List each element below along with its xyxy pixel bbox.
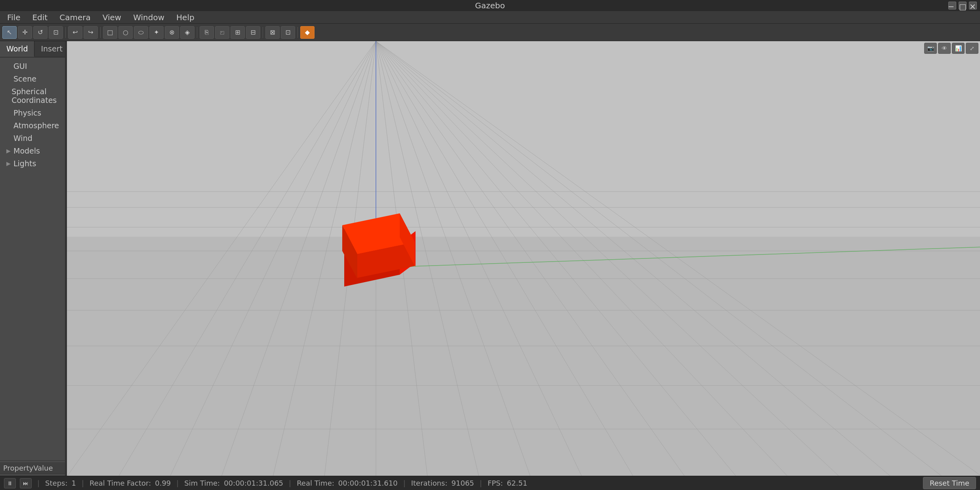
menu-bar: File Edit Camera View Window Help [0, 11, 980, 24]
simtime-value: 00:00:01:31.065 [224, 479, 283, 487]
tree-label-lights: Lights [13, 159, 36, 168]
paste-button[interactable]: ⏍ [215, 26, 229, 39]
properties-panel: Property Value [0, 460, 65, 476]
menu-view[interactable]: View [97, 11, 127, 24]
properties-header: Property Value [0, 462, 65, 474]
simtime-label: Sim Time: [184, 479, 220, 487]
toolbar-sep-3 [197, 27, 197, 38]
sphere-button[interactable]: ○ [118, 26, 133, 39]
tree-label-scene: Scene [13, 74, 36, 83]
eye-btn[interactable]: 👁 [938, 43, 951, 54]
maximize-button[interactable]: □ [959, 2, 967, 9]
tab-bar: World Insert Layers [0, 41, 65, 57]
value-col-header: Value [33, 464, 62, 472]
iterations-value: 91065 [452, 479, 474, 487]
realtime-value: 00:00:01:31.610 [338, 479, 398, 487]
tree-item-physics[interactable]: Physics [0, 106, 65, 119]
tree-item-scene[interactable]: Scene [0, 72, 65, 85]
sep4: | [289, 479, 291, 487]
tree-item-lights[interactable]: ▶ Lights [0, 157, 65, 170]
menu-file[interactable]: File [2, 11, 26, 24]
redo-button[interactable]: ↪ [84, 26, 98, 39]
sep1: | [37, 479, 40, 487]
move-tool-button[interactable]: ✛ [18, 26, 32, 39]
menu-window[interactable]: Window [128, 11, 170, 24]
fps-value: 62.51 [507, 479, 528, 487]
cylinder-button[interactable]: ⬭ [134, 26, 148, 39]
rotate-tool-button[interactable]: ↺ [33, 26, 48, 39]
dirlight-button[interactable]: ⊗ [165, 26, 179, 39]
tree-item-wind[interactable]: Wind [0, 132, 65, 144]
minimize-button[interactable]: ─ [948, 2, 956, 9]
steps-value: 1 [72, 479, 76, 487]
tree-item-models[interactable]: ▶ Models [0, 144, 65, 157]
snap2-button[interactable]: ⊡ [281, 26, 295, 39]
close-button[interactable]: ✕ [969, 2, 977, 9]
realtime-label: Real Time: [297, 479, 334, 487]
world-tree: GUI Scene Spherical Coordinates Physics … [0, 57, 65, 460]
content-area: World Insert Layers GUI Scene Spherical … [0, 41, 980, 476]
snap-button[interactable]: ⊟ [246, 26, 260, 39]
main-layout: ↖ ✛ ↺ ⊡ ↩ ↪ □ ○ ⬭ ✦ ⊗ ◈ ⎘ ⏍ ⊞ ⊟ ⊠ ⊡ ◆ Wo… [0, 24, 980, 490]
spotlight-button[interactable]: ◈ [180, 26, 194, 39]
title-bar: Gazebo ─ □ ✕ [0, 0, 980, 11]
rtf-label: Real Time Factor: [90, 479, 151, 487]
expand-btn[interactable]: ⤢ [966, 43, 978, 54]
app-title: Gazebo [475, 1, 505, 10]
viewport-tools-right: 📷 👁 📊 ⤢ [924, 43, 978, 54]
fps-label: FPS: [488, 479, 503, 487]
tree-item-spherical-coords[interactable]: Spherical Coordinates [0, 85, 65, 106]
steps-label: Steps: [45, 479, 67, 487]
tree-label-models: Models [13, 146, 40, 155]
rtf-value: 0.99 [155, 479, 171, 487]
sep3: | [176, 479, 179, 487]
orange-tool-button[interactable]: ◆ [300, 26, 315, 39]
sep6: | [480, 479, 482, 487]
tree-label-wind: Wind [13, 134, 32, 142]
viewport[interactable]: .grid-line { stroke: #999; stroke-width:… [67, 41, 980, 476]
tab-world[interactable]: World [0, 41, 34, 57]
toolbar-sep-1 [65, 27, 66, 38]
menu-edit[interactable]: Edit [27, 11, 53, 24]
pointlight-button[interactable]: ✦ [149, 26, 164, 39]
toolbar: ↖ ✛ ↺ ⊡ ↩ ↪ □ ○ ⬭ ✦ ⊗ ◈ ⎘ ⏍ ⊞ ⊟ ⊠ ⊡ ◆ [0, 24, 980, 41]
status-bar: ⏸ ⏭ | Steps: 1 | Real Time Factor: 0.99 … [0, 476, 980, 490]
scale-tool-button[interactable]: ⊡ [49, 26, 63, 39]
property-col-header: Property [3, 464, 33, 472]
expand-arrow-models: ▶ [6, 148, 11, 154]
select-tool-button[interactable]: ↖ [2, 26, 17, 39]
sep5: | [403, 479, 406, 487]
tree-item-gui[interactable]: GUI [0, 60, 65, 72]
toolbar-sep-5 [297, 27, 298, 38]
tree-item-atmosphere[interactable]: Atmosphere [0, 119, 65, 132]
undo-button[interactable]: ↩ [68, 26, 82, 39]
step-button[interactable]: ⏭ [20, 478, 32, 488]
tab-insert[interactable]: Insert [34, 41, 69, 57]
left-panel: World Insert Layers GUI Scene Spherical … [0, 41, 65, 476]
camera-btn[interactable]: 📷 [924, 43, 937, 54]
window-controls: ─ □ ✕ [948, 2, 977, 9]
chart-btn[interactable]: 📊 [952, 43, 965, 54]
tree-label-gui: GUI [13, 62, 27, 70]
tree-label-physics: Physics [13, 108, 41, 117]
iterations-label: Iterations: [411, 479, 448, 487]
expand-arrow-lights: ▶ [6, 160, 11, 167]
toolbar-sep-2 [100, 27, 101, 38]
tree-label-spherical: Spherical Coordinates [11, 87, 61, 104]
reset-time-button[interactable]: Reset Time [923, 477, 976, 489]
pause-button[interactable]: ⏸ [4, 478, 16, 488]
align-button[interactable]: ⊞ [231, 26, 245, 39]
menu-help[interactable]: Help [171, 11, 200, 24]
align2-button[interactable]: ⊠ [265, 26, 280, 39]
grid-canvas: .grid-line { stroke: #999; stroke-width:… [67, 41, 980, 476]
menu-camera[interactable]: Camera [54, 11, 96, 24]
box-button[interactable]: □ [103, 26, 117, 39]
toolbar-sep-4 [263, 27, 263, 38]
sep2: | [82, 479, 84, 487]
copy-button[interactable]: ⎘ [200, 26, 214, 39]
tree-label-atmosphere: Atmosphere [13, 121, 59, 130]
